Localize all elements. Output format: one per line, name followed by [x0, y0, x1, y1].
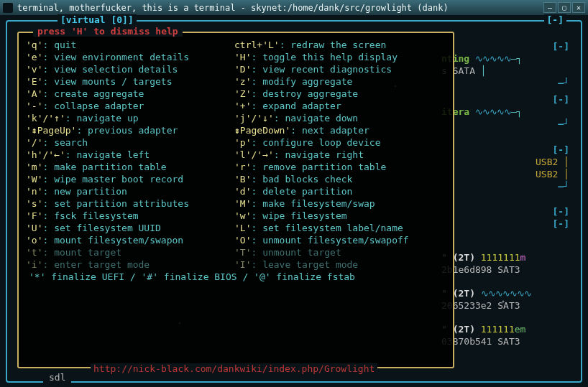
help-desc: : next adapter — [290, 125, 369, 136]
side-panel-line: itera ∿∿∿∿∿—┐ — [441, 106, 569, 118]
help-key: 'T' — [234, 247, 251, 258]
help-entry: 'B': bad blocks check — [234, 173, 443, 185]
help-desc: : navigate left — [65, 149, 150, 160]
help-header: press 'H' to dismiss help — [33, 26, 183, 37]
help-desc: : view environment details — [42, 52, 189, 62]
help-desc: : navigate up — [65, 113, 139, 123]
help-row: 'F': fsck filesystem'w': wipe filesystem — [26, 210, 446, 222]
help-desc: : enter target mode — [42, 259, 150, 270]
help-entry: 'e': view environment details — [26, 51, 234, 63]
help-key: 'h'/'←' — [26, 149, 65, 160]
help-entry: 'Z': destroy aggregate — [234, 88, 443, 100]
help-entry: '+': expand adapter — [234, 100, 443, 112]
help-desc: : quit — [42, 39, 76, 50]
help-entry: '⇞PageUp': previous adapter — [26, 124, 234, 136]
help-key: '-' — [26, 101, 42, 111]
help-desc: : view mounts / targets — [42, 76, 172, 87]
help-key: 'Z' — [234, 88, 251, 99]
help-entry: 'I': leave target mode — [234, 258, 443, 271]
help-key: 'm' — [26, 162, 42, 172]
help-entry: ctrl+'L': redraw the screen — [234, 39, 443, 51]
side-panel: [-]USB2 │USB2 │—┘ — [441, 144, 569, 192]
help-key: 'F' — [26, 210, 42, 221]
help-desc: : mount filesystem/swapon — [42, 235, 183, 246]
help-entry: 'p': configure loop device — [234, 136, 443, 149]
help-row: 'v': view selection details'D': view rec… — [26, 63, 446, 75]
side-panel: " (2T) 1111111m2b1e6d898 SAT3 — [441, 251, 569, 276]
side-panel: [-][-] — [441, 205, 569, 230]
help-entry: 'E': view mounts / targets — [26, 75, 234, 88]
help-desc: : expand adapter — [251, 101, 341, 111]
side-panel-line: [-] — [441, 144, 569, 156]
help-row: 'n': new partition'd': delete partition — [26, 185, 446, 197]
help-row: '/': search'p': configure loop device — [26, 136, 446, 149]
help-entry: 'O': unmount filesystem/swapoff — [234, 234, 443, 246]
help-footer-url: http://nick-black.com/dankwiki/index.php… — [91, 363, 377, 374]
close-button[interactable]: ✕ — [572, 2, 585, 13]
help-entry: 'i': enter target mode — [26, 258, 234, 271]
help-key: 'o' — [26, 235, 42, 246]
help-desc: : unmount target — [251, 247, 341, 258]
help-key: 't' — [26, 247, 42, 258]
help-desc: : make partition table — [42, 162, 166, 172]
help-entry: 'w': wipe filesystem — [234, 210, 443, 222]
help-entry: 'k'/'↑': navigate up — [26, 112, 234, 124]
help-key: 'W' — [26, 174, 42, 185]
help-desc: : delete partition — [251, 186, 352, 197]
help-desc: : wipe master boot record — [42, 174, 183, 185]
side-panel-line: [-] — [441, 218, 569, 230]
help-row: 't': mount target'T': unmount target — [26, 246, 446, 258]
side-panel-line: USB2 │ — [441, 168, 569, 180]
help-desc: : set filesystem label/name — [251, 223, 403, 233]
help-key: 'H' — [234, 52, 251, 62]
minimize-button[interactable]: — — [543, 2, 556, 13]
help-key: 'd' — [234, 186, 251, 197]
help-entry: 'q': quit — [26, 39, 234, 51]
help-key: 'M' — [234, 198, 251, 209]
help-desc: : fsck filesystem — [42, 210, 138, 221]
help-key: ctrl+'L' — [234, 39, 280, 50]
help-desc: : new partition — [42, 186, 127, 197]
help-row: 's': set partition attributes'M': make f… — [26, 197, 446, 210]
side-panel-line: " (2T) 111111em — [441, 323, 569, 335]
help-row: '-': collapse adapter'+': expand adapter — [26, 100, 446, 112]
help-key: '⇞PageUp' — [26, 125, 76, 136]
help-row: 'A': create aggregate'Z': destroy aggreg… — [26, 88, 446, 100]
side-panel-line: s SATA │ — [441, 65, 569, 77]
help-desc: : modify aggregate — [251, 76, 352, 87]
help-entry: ⇟PageDown': next adapter — [234, 124, 443, 136]
help-entry: 'D': view recent diagnostics — [234, 63, 443, 75]
help-desc: : make filesystem/swap — [251, 198, 375, 209]
help-key: 'j'/'↓' — [234, 113, 274, 123]
maximize-button[interactable]: ▢ — [558, 2, 571, 13]
help-key: '+' — [234, 101, 251, 111]
help-desc: : mount target — [42, 247, 121, 258]
help-key: 'r' — [234, 162, 251, 172]
help-row: 'U': set filesystem UUID'L': set filesys… — [26, 222, 446, 234]
help-key: 'k'/'↑' — [26, 113, 65, 123]
side-panel: " (2T) 111111em03870b541 SAT3 — [441, 323, 569, 348]
side-panel-line: 2065233e2 SAT3 — [441, 299, 569, 312]
help-desc: : collapse adapter — [42, 101, 144, 111]
help-key: 'w' — [234, 210, 251, 221]
help-entry: 'W': wipe master boot record — [26, 173, 234, 185]
help-entry: 'r': remove partition table — [234, 161, 443, 173]
help-final-line: '*' finalize UEFI / '#' finalize BIOS / … — [26, 271, 446, 283]
help-key: 'E' — [26, 76, 42, 87]
side-panel-line: USB2 │ — [441, 156, 569, 168]
help-row: '⇞PageUp': previous adapter⇟PageDown': n… — [26, 124, 446, 136]
side-panel-line: [-] — [441, 205, 569, 218]
help-entry: 'l'/'→': navigate right — [234, 149, 443, 161]
side-panel-line: 2b1e6d898 SAT3 — [441, 264, 569, 276]
window-title: terminal, motherfucker, this is a termin… — [17, 3, 542, 13]
help-desc: : remove partition table — [251, 162, 386, 172]
help-desc: : previous adapter — [76, 125, 178, 136]
help-entry: 'H': toggle this help display — [234, 51, 443, 63]
help-desc: : leave target mode — [251, 259, 358, 270]
help-entry: 'U': set filesystem UUID — [26, 222, 234, 234]
help-key: 'B' — [234, 174, 251, 185]
side-panel-line: —┘ — [441, 180, 569, 192]
help-entry: 'F': fsck filesystem — [26, 210, 234, 222]
outer-frame-corner: [-] — [544, 14, 566, 25]
help-key: 'L' — [234, 223, 251, 233]
